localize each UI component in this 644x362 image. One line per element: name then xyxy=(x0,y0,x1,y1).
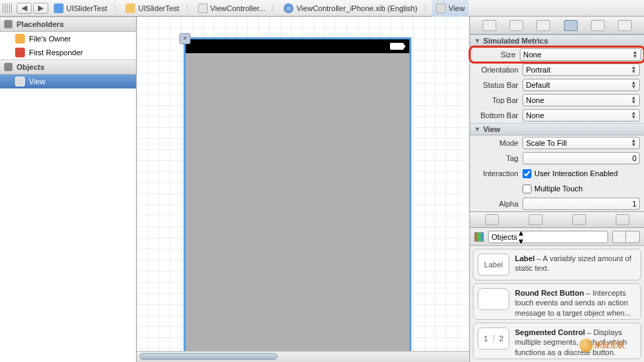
library-tabbar xyxy=(470,211,644,228)
interaction-row: Interaction User Interaction Enabled xyxy=(470,166,644,181)
multiple-touch-check[interactable]: Multiple Touch xyxy=(523,184,583,193)
disclosure-triangle-icon: ▼ xyxy=(474,37,480,44)
simulated-metrics-header[interactable]: ▼ Simulated Metrics xyxy=(470,35,644,47)
popup-arrows-icon: ▲▼ xyxy=(631,50,639,59)
watermark-text: 来自互联 xyxy=(594,341,625,349)
close-handle[interactable]: × xyxy=(179,33,191,44)
crumb-file[interactable]: ViewController... xyxy=(194,0,270,17)
alpha-label: Alpha xyxy=(474,200,523,208)
button-title: Round Rect Button xyxy=(515,289,584,297)
grid-view-button[interactable] xyxy=(612,231,626,243)
statusbar-value: Default xyxy=(526,81,550,89)
alpha-row: Alpha xyxy=(470,196,644,211)
library-item-button[interactable]: Round Rect Button – Intercepts touch eve… xyxy=(473,283,641,320)
connections-tab[interactable] xyxy=(618,20,632,31)
cube-icon xyxy=(4,63,12,71)
crumb-view-label: View xyxy=(449,4,465,12)
interaction-label: Interaction xyxy=(474,169,523,178)
simulated-metrics-title: Simulated Metrics xyxy=(483,37,548,45)
breadcrumb-separator: 〉 xyxy=(111,3,121,13)
size-label: Size xyxy=(471,50,520,59)
library-item-label[interactable]: Label Label – A variably sized amount of… xyxy=(473,249,641,280)
alpha-field[interactable] xyxy=(523,198,640,210)
user-interaction-label: User Interaction Enabled xyxy=(534,169,618,178)
file-template-tab[interactable] xyxy=(485,214,499,225)
orientation-value: Portrait xyxy=(526,66,550,74)
objects-title: Objects xyxy=(17,63,44,71)
canvas-scrollbar[interactable] xyxy=(137,351,469,362)
code-snippet-tab[interactable] xyxy=(529,214,543,225)
multiple-touch-checkbox[interactable] xyxy=(523,184,531,193)
list-view-button[interactable] xyxy=(626,231,640,243)
topbar-label: Top Bar xyxy=(474,96,523,104)
popup-arrows-icon: ▲▼ xyxy=(630,139,638,147)
watermark: 来自互联 xyxy=(579,339,625,352)
orientation-popup[interactable]: Portrait ▲▼ xyxy=(523,64,640,76)
files-owner-row[interactable]: File's Owner xyxy=(0,32,136,46)
jump-bar: ◀ ▶ UISliderTest 〉 UISliderTest 〉 ViewCo… xyxy=(0,0,644,17)
placeholders-section[interactable]: Placeholders xyxy=(0,17,136,32)
battery-icon xyxy=(390,43,404,50)
bottombar-label: Bottom Bar xyxy=(474,111,523,120)
crumb-folder[interactable]: UISliderTest xyxy=(121,0,183,17)
library-category-popup[interactable]: Objects ▲▼ xyxy=(488,231,608,243)
canvas[interactable]: × xyxy=(137,17,469,362)
bottombar-row: Bottom Bar None ▲▼ xyxy=(470,108,644,123)
popup-arrows-icon: ▲▼ xyxy=(630,81,638,89)
identity-tab[interactable] xyxy=(536,20,550,31)
statusbar-popup[interactable]: Default ▲▼ xyxy=(523,79,640,91)
topbar-row: Top Bar None ▲▼ xyxy=(470,93,644,108)
breadcrumb-separator: 〉 xyxy=(422,3,432,13)
objects-section[interactable]: Objects xyxy=(0,59,136,75)
mode-popup[interactable]: Scale To Fill ▲▼ xyxy=(523,137,640,149)
scrollbar-thumb[interactable] xyxy=(139,353,277,360)
project-icon xyxy=(54,3,64,13)
file-inspector-tab[interactable] xyxy=(482,20,496,31)
view-section-header[interactable]: ▼ View xyxy=(470,123,644,135)
crumb-folder-label: UISliderTest xyxy=(138,4,179,12)
mode-row: Mode Scale To Fill ▲▼ xyxy=(470,135,644,151)
orientation-label: Orientation xyxy=(474,66,523,74)
library-filter-bar: Objects ▲▼ xyxy=(470,228,644,246)
view-section-title: View xyxy=(483,125,500,133)
view-row[interactable]: View xyxy=(0,75,136,88)
user-interaction-checkbox[interactable] xyxy=(523,169,531,178)
label-thumb-text: Label xyxy=(485,260,503,269)
button-thumb xyxy=(478,288,509,310)
popup-arrows-icon: ▲▼ xyxy=(630,66,638,74)
bottombar-popup[interactable]: None ▲▼ xyxy=(523,109,640,122)
folder-icon xyxy=(126,3,135,13)
crumb-project[interactable]: UISliderTest xyxy=(50,0,111,17)
first-responder-row[interactable]: First Responder xyxy=(0,46,136,59)
watermark-icon xyxy=(579,339,593,352)
quickhelp-tab[interactable] xyxy=(509,20,523,31)
tag-input[interactable] xyxy=(526,154,636,162)
size-popup[interactable]: None ▲▼ xyxy=(520,48,641,61)
crumb-view[interactable]: View xyxy=(432,0,469,17)
library-swatch-icon xyxy=(474,232,484,242)
multiple-touch-label: Multiple Touch xyxy=(534,184,583,193)
breadcrumb-separator: 〉 xyxy=(184,3,194,13)
size-value: None xyxy=(523,50,541,59)
size-tab[interactable] xyxy=(591,20,605,31)
topbar-popup[interactable]: None ▲▼ xyxy=(523,94,640,106)
user-interaction-check[interactable]: User Interaction Enabled xyxy=(523,169,618,178)
view-row-label: View xyxy=(29,77,46,86)
tag-field[interactable] xyxy=(523,152,640,164)
library-view-segmented[interactable] xyxy=(612,231,640,243)
attributes-tab[interactable] xyxy=(564,20,578,31)
crumb-xib[interactable]: ViewController_iPhone.xib (English) xyxy=(280,0,421,17)
popup-arrows-icon: ▲▼ xyxy=(630,111,638,120)
seg-thumb-2: 2 xyxy=(494,334,509,343)
globe-icon xyxy=(284,3,293,13)
device-view[interactable]: × xyxy=(184,37,411,362)
inspector-tabbar xyxy=(470,17,644,35)
back-button[interactable]: ◀ xyxy=(17,3,32,14)
tag-label: Tag xyxy=(474,154,523,162)
mode-label: Mode xyxy=(474,139,523,147)
forward-button[interactable]: ▶ xyxy=(33,3,48,14)
alpha-input[interactable] xyxy=(526,200,636,208)
object-library-tab[interactable] xyxy=(572,214,586,225)
library-category-label: Objects xyxy=(491,233,517,241)
media-library-tab[interactable] xyxy=(616,214,630,225)
